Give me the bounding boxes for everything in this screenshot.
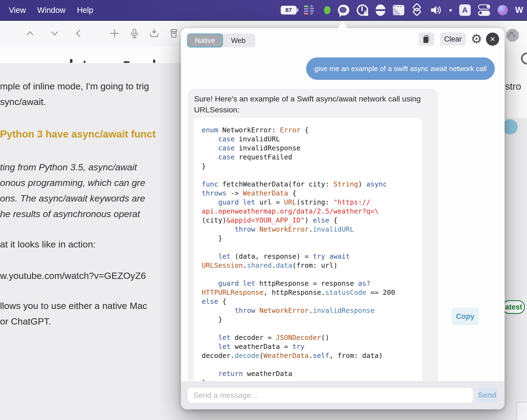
send-button[interactable]: Send <box>476 388 498 403</box>
green-status-dot-icon[interactable] <box>324 6 330 14</box>
code-line: case invalidURL <box>202 135 414 144</box>
code-line: guard let url = URL(string: "https:// <box>202 198 414 207</box>
article-line: llows you to use either a native Mac <box>0 301 147 311</box>
chevron-down-icon[interactable] <box>49 27 61 39</box>
w-app-icon[interactable]: W <box>515 5 523 15</box>
code-line: let weatherData = try <box>202 342 414 351</box>
blue-circle-graphic <box>502 119 518 135</box>
notes-icon[interactable] <box>393 5 404 15</box>
assistant-message-bubble: Sure! Here's an example of a Swift async… <box>188 89 438 381</box>
siri-icon[interactable] <box>497 5 508 15</box>
article-line: w.youtube.com/watch?v=GEZOyZ6 <box>0 270 146 281</box>
code-line: return weatherData <box>202 369 414 378</box>
code-line: guard let httpResponse = response as? <box>202 279 414 288</box>
password-lock-icon[interactable] <box>357 4 368 16</box>
trash-icon[interactable] <box>168 27 180 39</box>
window-top-border <box>0 20 527 21</box>
message-list: give me an example of a swift async awai… <box>181 49 505 381</box>
code-line: decoder.decode(WeatherData.self, from: d… <box>202 351 414 360</box>
tab-web[interactable]: Web <box>222 34 255 46</box>
menu-bar: ViewWindowHelp 87 A W <box>0 0 527 20</box>
settings-gear-icon[interactable]: ⚙ <box>470 32 483 46</box>
code-line <box>202 324 414 333</box>
close-icon[interactable]: ✕ <box>486 33 499 46</box>
code-line: case requestFailed <box>202 153 414 162</box>
layers-icon[interactable] <box>412 4 423 16</box>
code-line: throw NetworkError.invalidResponse <box>202 306 414 315</box>
volume-icon[interactable] <box>430 5 442 16</box>
input-source-a-icon[interactable]: A <box>459 4 471 16</box>
article-line: mple of inline mode, I'm going to trig <box>0 81 149 92</box>
documents-icon <box>423 35 429 43</box>
article-line: or ChatGPT. <box>0 316 51 327</box>
code-line: HTTPURLResponse, httpResponse.statusCode… <box>202 288 414 297</box>
assistant-intro-text: Sure! Here's an example of a Swift async… <box>194 93 431 115</box>
chat-bubble-icon[interactable] <box>338 5 349 16</box>
clipped-text-fragment <box>84 61 86 63</box>
copy-code-button[interactable]: Copy <box>452 308 479 325</box>
code-line: } <box>202 162 414 171</box>
article-line: at it looks like in action: <box>0 239 96 250</box>
menu-item-window[interactable]: Window <box>37 6 65 15</box>
code-line: } <box>202 234 414 243</box>
code-line: (city)&appid=YOUR_APP_ID") else { <box>202 216 414 225</box>
article-line: ting from Python 3.5, async/await <box>0 162 137 173</box>
code-line: } <box>202 315 414 324</box>
user-message-bubble: give me an example of a swift async awai… <box>306 57 495 80</box>
clipped-text-fragment <box>70 59 72 63</box>
code-line: func fetchWeatherData(for city: String) … <box>202 180 414 189</box>
code-line: let (data, response) = try await <box>202 252 414 261</box>
code-line <box>202 171 414 180</box>
message-input[interactable] <box>188 388 473 403</box>
article-line: onous programming, which can gre <box>0 177 145 188</box>
code-line <box>202 360 414 369</box>
inbox-down-icon[interactable] <box>148 27 160 39</box>
code-line: else { <box>202 297 414 306</box>
code-line <box>202 270 414 279</box>
mode-segmented-control: Native Web <box>188 34 255 47</box>
composer-footer: Send <box>181 381 505 409</box>
code-line: throw NetworkError.invalidURL <box>202 225 414 234</box>
code-line: case invalidResponse <box>202 144 414 153</box>
plus-icon[interactable] <box>109 27 121 39</box>
activity-bars-icon[interactable] <box>304 4 317 16</box>
code-line: throws -> WeatherData { <box>202 189 414 198</box>
code-line: api.openweathermap.org/data/2.5/weather?… <box>202 207 414 216</box>
menu-item-view[interactable]: View <box>9 6 26 15</box>
article-line: Python 3 have async/await funct <box>0 129 156 140</box>
code-line: let decoder = JSONDecoder() <box>202 333 414 342</box>
clear-button[interactable]: Clear <box>440 33 466 46</box>
battery-icon[interactable]: 87 <box>281 6 297 14</box>
article-line: he results of asynchronous operat <box>0 209 140 219</box>
back-icon[interactable] <box>72 27 84 39</box>
code-line: URLSession.shared.data(from: url) <box>202 261 414 270</box>
code-line: } <box>202 378 414 381</box>
article-line: sync/await. <box>0 97 46 107</box>
extension-octagon-icon[interactable] <box>506 29 519 42</box>
article-line: ons. The async/await keywords are <box>0 193 145 204</box>
astro-text-fragment: stro <box>505 81 521 92</box>
menu-item-help[interactable]: Help <box>77 6 93 15</box>
microphone-icon[interactable] <box>128 27 140 39</box>
battery-percent: 87 <box>285 7 292 13</box>
code-line: enum NetworkError: Error { <box>202 126 414 135</box>
dot-icon <box>449 9 452 11</box>
copy-conversation-button[interactable] <box>418 33 434 46</box>
clipped-text-fragment <box>124 61 130 63</box>
background-window-corner <box>516 402 527 420</box>
latest-badge: atest <box>502 300 525 314</box>
clipped-text-fragment <box>153 60 155 63</box>
chat-popup: Native Web Clear ⚙ ✕ give me an example … <box>181 28 505 409</box>
control-center-icon[interactable] <box>478 4 490 16</box>
code-line <box>202 243 414 252</box>
tab-native[interactable]: Native <box>188 34 222 46</box>
pill-icon[interactable] <box>376 4 385 16</box>
menu-items: ViewWindowHelp <box>0 6 93 15</box>
chevron-up-icon[interactable] <box>24 27 36 39</box>
status-tray: 87 A W <box>281 4 527 16</box>
code-block: enum NetworkError: Error { case invalidU… <box>194 118 422 381</box>
